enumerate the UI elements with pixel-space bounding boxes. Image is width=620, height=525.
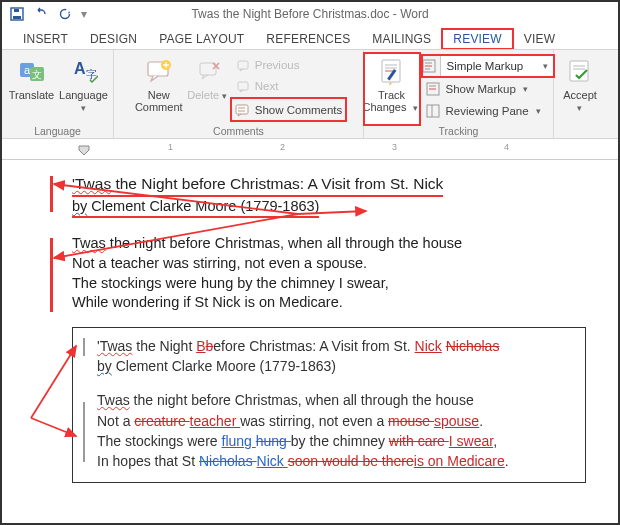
- show-markup-button[interactable]: Show Markup▾: [422, 78, 554, 99]
- language-button[interactable]: A字 Language ▾: [58, 53, 110, 125]
- previous-icon: [235, 57, 251, 73]
- new-comment-icon: [145, 57, 173, 85]
- svg-rect-30: [427, 105, 439, 117]
- chevron-down-icon: ▾: [520, 84, 531, 94]
- accept-icon: [566, 57, 594, 85]
- doc-byline: by Clement Clarke Moore (1779-1863): [72, 197, 319, 219]
- new-comment-button[interactable]: New Comment: [131, 53, 187, 125]
- svg-rect-1: [13, 16, 21, 19]
- reviewing-pane-button[interactable]: Reviewing Pane▾: [422, 100, 554, 121]
- group-tracking: Track Changes ▾ Simple Markup▾ Show Mark…: [364, 50, 554, 138]
- doc2-line-1: Twas the night before Christmas, when al…: [97, 390, 573, 410]
- tab-review[interactable]: REVIEW: [442, 29, 513, 49]
- ruler-mark-3: 3: [392, 142, 397, 152]
- tab-design[interactable]: DESIGN: [79, 29, 148, 49]
- change-bar-gray: [83, 338, 85, 356]
- quick-access-toolbar: ▾: [2, 4, 90, 24]
- ribbon-tabs: INSERT DESIGN PAGE LAYOUT REFERENCES MAI…: [2, 27, 618, 49]
- svg-line-38: [31, 346, 76, 418]
- doc-line-3: The stockings were hung by the chimney I…: [72, 274, 610, 294]
- next-comment-button[interactable]: Next: [231, 76, 347, 97]
- tab-insert[interactable]: INSERT: [12, 29, 79, 49]
- doc2-line-3: The stockings were flung hung by the chi…: [97, 431, 573, 451]
- chevron-down-icon: ▾: [574, 103, 585, 113]
- ruler-mark-4: 4: [504, 142, 509, 152]
- display-for-review-select[interactable]: Simple Markup▾: [422, 55, 554, 77]
- doc2-line-4: In hopes that St Nicholas Nick soon woul…: [97, 451, 573, 471]
- svg-line-39: [31, 418, 76, 436]
- document-simple-markup: 'Twas the Night before Christmas: A Visi…: [10, 174, 610, 313]
- indent-marker-icon[interactable]: [78, 145, 92, 157]
- page-area: 'Twas the Night before Christmas: A Visi…: [2, 160, 618, 525]
- doc-line-1: Twas the night before Christmas, when al…: [72, 234, 610, 254]
- svg-point-3: [61, 10, 70, 19]
- doc2-byline: by Clement Clarke Moore (1779-1863): [97, 356, 573, 376]
- group-language: a文 Translate A字 Language ▾ Language: [2, 50, 114, 138]
- group-comments: New Comment Delete▾ Previous Next Show C…: [114, 50, 364, 138]
- change-bar[interactable]: [50, 238, 53, 312]
- delete-icon: [195, 57, 223, 85]
- svg-rect-13: [238, 61, 248, 69]
- chevron-down-icon: ▾: [533, 106, 544, 116]
- chevron-down-icon: ▾: [78, 103, 89, 113]
- svg-rect-14: [238, 82, 248, 90]
- doc-title: 'Twas the Night before Christmas: A Visi…: [72, 174, 443, 197]
- save-icon[interactable]: [6, 4, 28, 24]
- tab-view[interactable]: VIEW: [513, 29, 566, 49]
- svg-text:文: 文: [32, 69, 42, 80]
- show-markup-icon: [426, 81, 442, 97]
- reviewing-pane-icon: [426, 103, 442, 119]
- svg-rect-15: [236, 105, 248, 114]
- qat-customize-icon[interactable]: ▾: [78, 4, 90, 24]
- group-label-language: Language: [2, 125, 113, 137]
- tab-mailings[interactable]: MAILINGS: [361, 29, 442, 49]
- track-changes-icon: [378, 57, 406, 85]
- annotation-arrows-2: [31, 328, 71, 488]
- doc-line-2: Not a teacher was stirring, not even a s…: [72, 254, 610, 274]
- next-icon: [235, 78, 251, 94]
- doc2-title: 'Twas the Night Bbefore Christmas: A Vis…: [97, 336, 573, 356]
- language-icon: A字: [70, 57, 98, 85]
- document-all-markup: 'Twas the Night Bbefore Christmas: A Vis…: [72, 327, 586, 483]
- previous-comment-button[interactable]: Previous: [231, 55, 347, 76]
- group-changes: Accept▾: [554, 50, 606, 138]
- svg-text:A: A: [74, 60, 86, 77]
- svg-text:a: a: [23, 64, 30, 76]
- delete-comment-button[interactable]: Delete▾: [187, 53, 231, 125]
- markup-icon: [422, 58, 440, 74]
- chevron-down-icon: ▾: [219, 91, 230, 101]
- show-comments-icon: [235, 102, 251, 118]
- doc-line-4: While wondering if St Nick is on Medicar…: [72, 293, 610, 313]
- change-bar-gray: [83, 402, 85, 462]
- chevron-down-icon: ▾: [540, 61, 551, 71]
- ruler-mark-1: 1: [168, 142, 173, 152]
- tab-page-layout[interactable]: PAGE LAYOUT: [148, 29, 255, 49]
- undo-icon[interactable]: [30, 4, 52, 24]
- change-bar[interactable]: [50, 176, 53, 212]
- svg-rect-2: [14, 9, 19, 12]
- repeat-icon[interactable]: [54, 4, 76, 24]
- ribbon: a文 Translate A字 Language ▾ Language New …: [2, 49, 618, 139]
- doc2-line-2: Not a creature teacher was stirring, not…: [97, 411, 573, 431]
- track-changes-button[interactable]: Track Changes ▾: [364, 53, 420, 125]
- group-label-comments: Comments: [114, 125, 363, 137]
- group-label-tracking: Tracking: [364, 125, 553, 137]
- ruler-mark-2: 2: [280, 142, 285, 152]
- ruler[interactable]: 1 2 3 4: [2, 139, 618, 160]
- accept-button[interactable]: Accept▾: [554, 53, 606, 125]
- show-comments-button[interactable]: Show Comments: [231, 98, 347, 121]
- translate-icon: a文: [18, 57, 46, 85]
- tab-references[interactable]: REFERENCES: [255, 29, 361, 49]
- titlebar: ▾ Twas the Night Before Christmas.doc - …: [2, 2, 618, 27]
- translate-button[interactable]: a文 Translate: [6, 53, 58, 125]
- window-title: Twas the Night Before Christmas.doc - Wo…: [191, 7, 428, 21]
